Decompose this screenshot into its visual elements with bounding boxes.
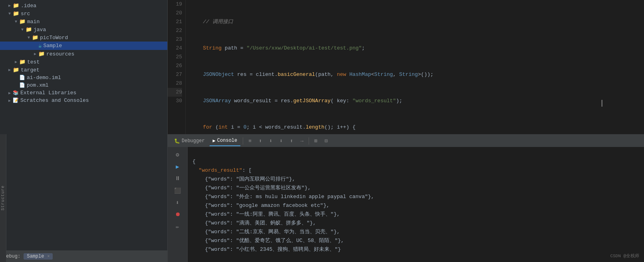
sidebar-item-label-scratches: Scratches and Consoles (20, 97, 89, 103)
expand-arrow-scratches: ▶ (6, 98, 13, 103)
console-line-3: {"words": "外企: ms hulu linkedin apple pa… (205, 194, 374, 200)
pause-btn[interactable]: ⏸ (172, 173, 183, 184)
sidebar-item-resources[interactable]: ▶ 📁 resources (0, 50, 167, 58)
library-icon: 📚 (13, 90, 19, 96)
console-line-2: {"words": "一公众号运营黑客社区发布"}, (205, 185, 311, 191)
expand-arrow-src: ▼ (6, 12, 13, 16)
folder-icon-test: 📁 (19, 59, 26, 65)
watermark: CSDN @全栈师 (610, 253, 639, 259)
sidebar-item-target[interactable]: ▶ 📁 target (0, 66, 167, 74)
sidebar-item-pom[interactable]: ▶ 📄 pom.xml (0, 81, 167, 89)
debug-header-left: Debug: Sample × (3, 253, 53, 260)
toolbar-btn-ungrid[interactable]: ⊟ (322, 137, 331, 145)
console-key-words_result: "words_result" (199, 167, 242, 173)
folder-icon-java: 📁 (26, 26, 32, 33)
sidebar-item-java[interactable]: ▼ 📁 java (0, 26, 167, 34)
console-line-4: {"words": "google amazon facebook etc"}, (205, 202, 329, 208)
toolbar-btn-download[interactable]: ⬇ (277, 137, 285, 145)
expand-arrow-test: ▶ (13, 60, 19, 64)
resume-btn[interactable]: ▶ (172, 161, 183, 172)
sidebar-item-iml[interactable]: ▶ 📄 ai-demo.iml (0, 74, 167, 81)
sidebar-item-label-idea: .idea (21, 3, 36, 9)
line-num-27: 27 (168, 70, 182, 79)
debug-tab-sample[interactable]: Sample × (24, 253, 53, 260)
folder-icon-resources: 📁 (38, 51, 45, 57)
sidebar-tree: ▶ 📁 .idea ▼ 📁 src ▼ 📁 main ▼ 📁 java (0, 0, 167, 250)
console-line-1: {"words": "国内互联网公司排行"}, (205, 176, 295, 182)
class-icon-sample: ☕ (38, 42, 42, 49)
tab-console[interactable]: ▶ Console (210, 136, 241, 146)
stop-btn[interactable]: ⬛ (172, 185, 183, 196)
toolbar-btn-list[interactable]: ≡ (246, 137, 254, 145)
step-over-btn[interactable]: ⬇ (172, 197, 183, 208)
line-num-28: 28 (168, 79, 182, 88)
bottom-tabs-bar: 🐛 Debugger ▶ Console ≡ ⬆ ⬇ ⬇ ⬆ → ⊞ ⊟ (168, 135, 644, 147)
expand-arrow-pictoword: ▼ (26, 36, 32, 40)
code-line-20: String path = "/Users/xxw/Desktop/ai-tes… (190, 44, 644, 53)
spacer-iml: ▶ (13, 75, 19, 80)
bottom-content: ⚙ ▶ ⏸ ⬛ ⬇ ⏺ ✏ { "words_result": [ {"word… (168, 147, 644, 262)
sidebar-item-label-java: java (34, 27, 46, 33)
sidebar-item-idea[interactable]: ▶ 📁 .idea (0, 2, 167, 10)
sidebar-item-label-pom: pom.xml (27, 82, 49, 88)
folder-icon-idea: 📁 (13, 2, 19, 9)
sidebar-item-test[interactable]: ▶ 📁 test (0, 58, 167, 66)
toolbar-btn-down[interactable]: ⬇ (266, 137, 275, 145)
code-content[interactable]: // 调用接口 String path = "/Users/xxw/Deskto… (186, 0, 644, 134)
main-area: 19 20 21 22 23 24 25 26 27 28 29 30 // 调… (168, 0, 644, 262)
line-numbers: 19 20 21 22 23 24 25 26 27 28 29 30 (168, 0, 186, 134)
edit-btn[interactable]: ✏ (172, 221, 183, 232)
toolbar-separator-1 (243, 137, 243, 145)
debug-tab-label: Sample (27, 254, 44, 259)
code-line-22: JSONArray words_result = res.getJSONArra… (190, 97, 644, 105)
tab-debugger[interactable]: 🐛 Debugger (171, 137, 208, 146)
line-num-25: 25 (168, 53, 182, 62)
debug-header: Debug: Sample × (0, 251, 167, 262)
toolbar-btn-up[interactable]: ⬆ (256, 137, 265, 145)
console-line-brace-open: { (192, 159, 196, 165)
console-line-9: {"words": "小红书、2345、搜狗、猎聘局、好未来、"} (205, 246, 341, 252)
code-line-19: // 调用接口 (190, 18, 644, 26)
sidebar-item-label-resources: resources (46, 51, 74, 57)
sidebar: ▶ 📁 .idea ▼ 📁 src ▼ 📁 main ▼ 📁 java (0, 0, 168, 262)
console-line-5: {"words": "一线:阿里、腾讯、百度、头条、快手、"}, (205, 211, 340, 217)
breakpoint-btn[interactable]: ⏺ (172, 209, 183, 220)
sidebar-item-label-target: target (21, 67, 40, 73)
sidebar-item-sample[interactable]: ▶ ☕ Sample (0, 42, 167, 50)
line-num-30: 30 (168, 97, 182, 105)
bottom-panel: 🐛 Debugger ▶ Console ≡ ⬆ ⬇ ⬇ ⬆ → ⊞ ⊟ ⚙ ▶… (168, 134, 644, 262)
debug-panel: Debug: Sample × (0, 250, 167, 262)
code-area: 19 20 21 22 23 24 25 26 27 28 29 30 // 调… (168, 0, 644, 134)
sidebar-item-external-libraries[interactable]: ▶ 📚 External Libraries (0, 89, 167, 97)
console-line-8: {"words": "优酷、爱奇艺、饿了么、UC、58、陌陌、"}, (205, 238, 344, 244)
folder-icon-src: 📁 (13, 10, 19, 17)
sidebar-item-label-ext-libs: External Libraries (20, 90, 76, 96)
console-line-6: {"words": "滴滴、美团、蚂蚁、拼多多、"}, (205, 220, 316, 226)
sidebar-item-scratches[interactable]: ▶ 📝 Scratches and Consoles (0, 97, 167, 104)
expand-arrow-resources: ▶ (32, 52, 38, 56)
expand-arrow-target: ▶ (6, 67, 13, 72)
folder-icon-pictoword: 📁 (32, 34, 38, 41)
toolbar-btn-upload[interactable]: ⬆ (287, 137, 296, 145)
toolbar-btn-forward[interactable]: → (297, 137, 306, 145)
line-num-29: 29 (168, 88, 182, 97)
code-line-21: JSONObject res = client.basicGeneral(pat… (190, 70, 644, 79)
sidebar-item-src[interactable]: ▼ 📁 src (0, 10, 167, 18)
toolbar-btn-grid[interactable]: ⊞ (311, 137, 320, 145)
debug-tab-close[interactable]: × (47, 254, 50, 259)
folder-icon-target: 📁 (13, 67, 19, 73)
line-num-26: 26 (168, 62, 182, 70)
xml-icon: 📄 (19, 82, 25, 88)
console-output[interactable]: { "words_result": [ {"words": "国内互联网公司排行… (188, 147, 644, 262)
toolbar-separator-2 (309, 137, 309, 145)
line-num-20: 20 (168, 9, 182, 18)
line-num-21: 21 (168, 18, 182, 26)
iml-icon: 📄 (19, 75, 25, 81)
structure-label: Structure (1, 185, 5, 210)
settings-btn[interactable]: ⚙ (172, 149, 183, 160)
sidebar-item-label-pictoword: picToWord (40, 35, 68, 41)
sidebar-item-label-iml: ai-demo.iml (27, 75, 61, 81)
sidebar-item-label-sample: Sample (43, 43, 62, 49)
sidebar-item-main[interactable]: ▼ 📁 main (0, 18, 167, 26)
sidebar-item-pictoword[interactable]: ▼ 📁 picToWord (0, 34, 167, 42)
